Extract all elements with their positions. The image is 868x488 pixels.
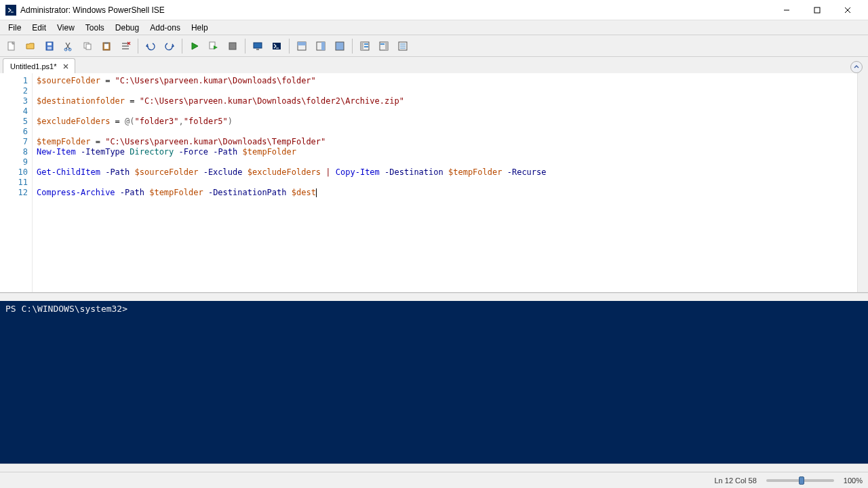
- editor-vertical-scrollbar[interactable]: [857, 73, 868, 292]
- remote-icon[interactable]: [249, 37, 267, 55]
- code-token: "C:\Users\parveen.kumar\Downloads\folder…: [140, 96, 404, 106]
- script-pane-right-icon[interactable]: [312, 37, 330, 55]
- svg-rect-15: [104, 42, 108, 44]
- close-button[interactable]: [832, 1, 863, 20]
- open-icon[interactable]: [22, 37, 39, 55]
- code-token: $sourceFolder: [135, 167, 199, 177]
- script-pane-top-icon[interactable]: [293, 37, 311, 55]
- zoom-slider-thumb[interactable]: [799, 476, 804, 485]
- paste-icon[interactable]: [98, 37, 115, 55]
- window-title: Administrator: Windows PowerShell ISE: [20, 5, 771, 15]
- zoom-level: 100%: [844, 476, 863, 485]
- undo-icon[interactable]: [142, 37, 159, 55]
- code-token: "C:\Users\parveen.kumar\Downloads\TempFo…: [105, 137, 326, 146]
- file-tab[interactable]: Untitled1.ps1*: [3, 58, 75, 73]
- run-selection-icon[interactable]: [205, 37, 222, 55]
- code-line[interactable]: New-Item -ItemType Directory -Force -Pat…: [37, 147, 853, 157]
- cut-icon[interactable]: [60, 37, 77, 55]
- redo-icon[interactable]: [161, 37, 178, 55]
- code-token: -Exclude: [203, 167, 243, 177]
- code-token: $tempFolder: [149, 188, 203, 197]
- code-token: $destinationfolder: [37, 96, 125, 106]
- tab-close-icon[interactable]: [61, 62, 71, 71]
- code-token: -Recurse: [507, 167, 547, 177]
- copy-icon[interactable]: [79, 37, 96, 55]
- code-token: "C:\Users\parveen.kumar\Downloads\folder…: [115, 76, 316, 85]
- line-number: 1: [0, 76, 28, 86]
- toolbar-separator: [182, 39, 182, 54]
- toolbar-separator: [138, 39, 138, 54]
- code-token: [76, 147, 81, 157]
- code-token: =: [110, 117, 125, 126]
- code-token: -Destination: [384, 167, 443, 177]
- menu-file[interactable]: File: [3, 22, 26, 34]
- code-token: New-Item: [37, 147, 76, 157]
- svg-rect-25: [336, 42, 344, 50]
- save-icon[interactable]: [41, 37, 58, 55]
- text-cursor: [316, 188, 317, 197]
- code-token: -DestinationPath: [208, 188, 287, 197]
- line-number: 6: [0, 127, 28, 137]
- code-token: |: [326, 167, 330, 177]
- menu-tools[interactable]: Tools: [80, 22, 110, 34]
- menubar: FileEditViewToolsDebugAdd-onsHelp: [0, 20, 868, 35]
- code-line[interactable]: $excludeFolders = @("folder3","folder5"): [37, 117, 853, 127]
- editor-horizontal-scrollbar[interactable]: [0, 293, 868, 301]
- line-number: 12: [0, 188, 28, 198]
- status-bar: Ln 12 Col 58 100%: [0, 472, 868, 488]
- line-number-gutter: 123456789101112: [0, 73, 33, 292]
- code-line[interactable]: [37, 106, 853, 117]
- script-pane-max-icon[interactable]: [331, 37, 349, 55]
- code-line[interactable]: [37, 157, 853, 167]
- powershell-icon[interactable]: [268, 37, 285, 55]
- svg-rect-22: [298, 42, 306, 45]
- code-line[interactable]: [37, 86, 853, 96]
- clear-icon[interactable]: [117, 37, 134, 55]
- line-number: 10: [0, 167, 28, 178]
- code-editor[interactable]: $sourceFolder = "C:\Users\parveen.kumar\…: [33, 73, 857, 292]
- new-icon[interactable]: [3, 37, 20, 55]
- code-line[interactable]: Compress-Archive -Path $tempFolder -Dest…: [37, 188, 853, 198]
- svg-rect-31: [385, 42, 388, 50]
- menu-debug[interactable]: Debug: [110, 22, 144, 34]
- svg-rect-12: [86, 44, 91, 49]
- zoom-slider[interactable]: [766, 479, 834, 482]
- code-token: Directory: [130, 147, 174, 157]
- code-token: [287, 188, 292, 197]
- code-token: =: [90, 137, 105, 146]
- maximize-button[interactable]: [802, 1, 832, 20]
- svg-rect-14: [104, 44, 108, 49]
- code-token: [203, 188, 208, 197]
- run-script-icon[interactable]: [186, 37, 203, 55]
- menu-add-ons[interactable]: Add-ons: [144, 22, 186, 34]
- code-token: [502, 167, 507, 177]
- menu-edit[interactable]: Edit: [26, 22, 52, 34]
- command-addon-icon[interactable]: [375, 37, 393, 55]
- code-line[interactable]: Get-ChildItem -Path $sourceFolder -Exclu…: [37, 167, 853, 178]
- code-line[interactable]: $destinationfolder = "C:\Users\parveen.k…: [37, 96, 853, 106]
- menu-view[interactable]: View: [52, 22, 80, 34]
- code-token: [130, 167, 134, 177]
- stop-icon[interactable]: [224, 37, 241, 55]
- code-token: Get-ChildItem: [37, 167, 100, 177]
- menu-help[interactable]: Help: [186, 22, 214, 34]
- code-line[interactable]: $sourceFolder = "C:\Users\parveen.kumar\…: [37, 76, 853, 86]
- console-pane[interactable]: PS C:\WINDOWS\system32>: [0, 301, 868, 464]
- minimize-button[interactable]: [771, 1, 802, 20]
- code-token: =: [100, 76, 115, 85]
- code-line[interactable]: [37, 178, 853, 188]
- console-horizontal-scrollbar[interactable]: [0, 464, 868, 472]
- code-line[interactable]: [37, 127, 853, 137]
- code-line[interactable]: $tempFolder = "C:\Users\parveen.kumar\Do…: [37, 137, 853, 147]
- code-token: [242, 167, 247, 177]
- code-token: [237, 147, 242, 157]
- toolbar-separator: [289, 39, 290, 54]
- show-command-icon[interactable]: [356, 37, 374, 55]
- options-icon[interactable]: [394, 37, 412, 55]
- svg-rect-28: [364, 43, 368, 45]
- expand-script-pane-icon[interactable]: [850, 61, 863, 73]
- toolbar: [0, 35, 868, 57]
- code-token: [331, 167, 336, 177]
- console-prompt: PS C:\WINDOWS\system32>: [5, 304, 127, 314]
- line-number: 7: [0, 137, 28, 147]
